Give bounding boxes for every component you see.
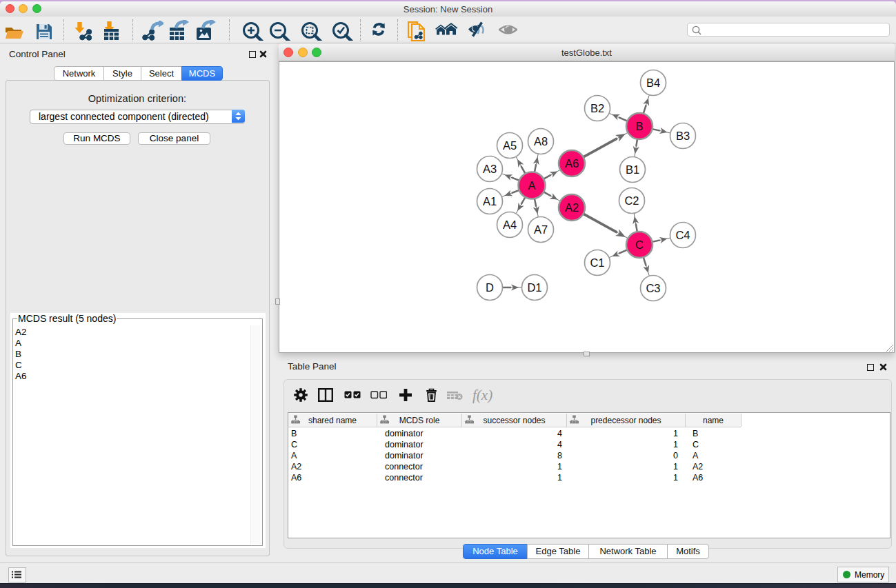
svg-text:D1: D1: [527, 281, 541, 294]
svg-text:A5: A5: [503, 139, 517, 152]
svg-text:C: C: [635, 239, 644, 251]
svg-text:C4: C4: [675, 229, 690, 241]
svg-text:B: B: [635, 120, 643, 132]
svg-text:C1: C1: [590, 256, 604, 269]
svg-text:B1: B1: [626, 163, 639, 176]
svg-text:A2: A2: [565, 201, 579, 214]
svg-text:A6: A6: [565, 157, 579, 170]
svg-text:A4: A4: [503, 219, 517, 231]
svg-text:D: D: [486, 281, 494, 294]
svg-text:B2: B2: [590, 102, 604, 114]
svg-text:A1: A1: [483, 195, 497, 207]
svg-text:C2: C2: [624, 194, 639, 207]
svg-text:B3: B3: [676, 130, 690, 142]
svg-text:A8: A8: [534, 135, 548, 148]
svg-text:A3: A3: [483, 163, 497, 175]
svg-text:B4: B4: [646, 77, 660, 89]
svg-text:A7: A7: [534, 223, 548, 236]
svg-text:A: A: [528, 179, 535, 192]
svg-text:C3: C3: [646, 282, 660, 294]
